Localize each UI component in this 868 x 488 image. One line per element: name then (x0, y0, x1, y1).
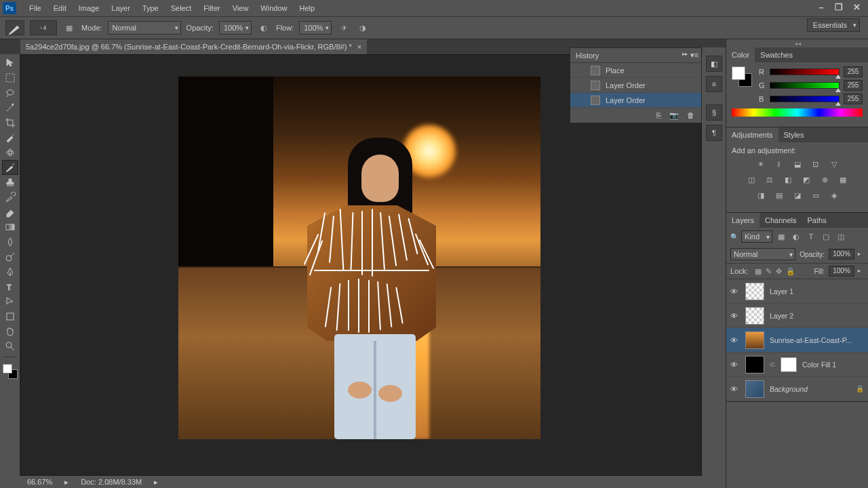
new-document-icon[interactable]: ⎘ (656, 111, 661, 119)
bw-icon[interactable]: ◧ (782, 174, 794, 185)
close-tab-icon[interactable]: × (357, 43, 361, 51)
dodge-tool[interactable] (2, 249, 18, 264)
mixer-icon[interactable]: ⊕ (818, 174, 831, 185)
menu-type[interactable]: Type (136, 4, 165, 12)
b-value[interactable]: 255 (844, 94, 863, 104)
balance-icon[interactable]: ⚖ (764, 174, 776, 185)
blend-mode[interactable]: Normal (730, 248, 795, 260)
threshold-icon[interactable]: ◪ (791, 190, 804, 201)
pressure-size-icon[interactable]: ◑ (356, 21, 370, 35)
curves-icon[interactable]: ⬓ (791, 159, 804, 169)
filter-shape-icon[interactable]: ▢ (820, 231, 832, 242)
status-icon[interactable]: ▸ (64, 478, 68, 487)
zoom-tool[interactable] (2, 339, 18, 354)
collapse-icon[interactable]: ▸▸ (682, 51, 688, 60)
levels-icon[interactable]: ⫴ (773, 159, 785, 169)
document-tab[interactable]: 5a294ce2d70fa.jpg @ 66.7% (Sunrise-at-Ea… (20, 39, 367, 54)
maximize-button[interactable]: ❐ (833, 2, 845, 12)
r-value[interactable]: 255 (844, 66, 863, 77)
minimize-button[interactable]: – (815, 2, 827, 12)
visibility-icon[interactable]: 👁 (730, 312, 740, 320)
lock-pixels-icon[interactable]: ✎ (766, 267, 772, 276)
menu-file[interactable]: File (23, 4, 47, 12)
gradient-tool[interactable] (2, 220, 18, 235)
history-item[interactable]: Place (570, 63, 701, 78)
flow-dropdown[interactable]: 100% (299, 21, 332, 35)
brush-tool[interactable] (2, 160, 18, 175)
menu-view[interactable]: View (226, 4, 255, 12)
hand-tool[interactable] (2, 324, 18, 339)
visibility-icon[interactable]: 👁 (730, 336, 740, 344)
history-brush-tool[interactable] (2, 190, 18, 205)
r-slider[interactable] (770, 68, 840, 75)
tab-paths[interactable]: Paths (802, 213, 832, 228)
b-slider[interactable] (770, 96, 840, 102)
type-tool[interactable]: T (2, 279, 18, 294)
color-swatches[interactable] (3, 364, 18, 379)
heal-tool[interactable] (2, 145, 18, 160)
tab-layers[interactable]: Layers (726, 213, 760, 228)
menu-image[interactable]: Image (73, 4, 106, 12)
crop-tool[interactable] (2, 115, 18, 130)
menu-select[interactable]: Select (165, 4, 198, 12)
history-item[interactable]: Layer Order (570, 93, 701, 108)
g-slider[interactable] (770, 82, 840, 89)
menu-window[interactable]: Window (254, 4, 293, 12)
tab-swatches[interactable]: Swatches (755, 47, 798, 62)
hue-icon[interactable]: ◫ (745, 174, 757, 185)
pen-tool[interactable] (2, 264, 18, 279)
eyedropper-tool[interactable] (2, 130, 18, 145)
tool-preset[interactable] (5, 20, 24, 35)
close-button[interactable]: ✕ (850, 2, 863, 12)
fg-bg-color[interactable] (732, 66, 752, 87)
layer-row[interactable]: 👁Layer 2 (726, 304, 868, 328)
marquee-tool[interactable] (2, 70, 18, 85)
layer-row[interactable]: 👁Sunrise-at-East-Coast-P... (726, 328, 868, 352)
menu-help[interactable]: Help (293, 4, 321, 12)
move-tool[interactable] (2, 56, 18, 70)
lasso-tool[interactable] (2, 85, 18, 100)
layer-row[interactable]: 👁⊂Color Fill 1 (726, 352, 868, 377)
fill-value[interactable]: 100% (829, 266, 854, 277)
strip-icon-1[interactable]: ◧ (706, 56, 722, 72)
visibility-icon[interactable]: 👁 (730, 287, 740, 296)
path-select-tool[interactable] (2, 294, 18, 309)
visibility-icon[interactable]: 👁 (730, 361, 740, 369)
filter-kind[interactable]: Kind (741, 230, 772, 243)
lock-trans-icon[interactable]: ▦ (755, 267, 762, 276)
layer-opacity[interactable]: 100% (829, 249, 854, 260)
posterize-icon[interactable]: ▤ (773, 190, 785, 201)
exposure-icon[interactable]: ⊡ (810, 159, 822, 169)
history-item[interactable]: Layer Order (570, 78, 701, 93)
strip-icon-4[interactable]: ¶ (706, 125, 722, 141)
menu-edit[interactable]: Edit (47, 4, 73, 12)
selective-icon[interactable]: ◈ (828, 190, 840, 201)
stamp-tool[interactable] (2, 175, 18, 190)
mode-dropdown[interactable]: Normal (108, 21, 181, 35)
tab-channels[interactable]: Channels (760, 213, 802, 228)
canvas[interactable] (178, 77, 540, 439)
filter-pixel-icon[interactable]: ▦ (775, 231, 787, 242)
lookup-icon[interactable]: ▦ (837, 174, 849, 185)
lock-all-icon[interactable]: 🔒 (786, 267, 795, 276)
vibrance-icon[interactable]: ▽ (828, 159, 840, 169)
brightness-icon[interactable]: ☀ (755, 159, 767, 169)
hue-bar[interactable] (732, 108, 863, 117)
panel-menu-icon[interactable]: ▾≡ (690, 51, 698, 60)
gradient-map-icon[interactable]: ▭ (810, 190, 822, 201)
shape-tool[interactable] (2, 309, 18, 324)
filter-adjust-icon[interactable]: ◐ (790, 231, 802, 242)
blur-tool[interactable] (2, 235, 18, 249)
wand-tool[interactable] (2, 100, 18, 115)
strip-icon-3[interactable]: § (706, 104, 722, 121)
opacity-dropdown[interactable]: 100% (219, 21, 252, 35)
delete-icon[interactable]: 🗑 (687, 111, 694, 119)
zoom-level[interactable]: 66.67% (27, 478, 52, 486)
filter-type-icon[interactable]: T (805, 231, 817, 242)
g-value[interactable]: 255 (844, 80, 863, 91)
brush-panel-icon[interactable]: ▦ (62, 21, 76, 35)
tab-styles[interactable]: Styles (778, 127, 810, 142)
pressure-opacity-icon[interactable]: ◐ (257, 21, 271, 35)
snapshot-icon[interactable]: 📷 (669, 111, 679, 120)
layer-row[interactable]: 👁Background🔒 (726, 377, 868, 401)
